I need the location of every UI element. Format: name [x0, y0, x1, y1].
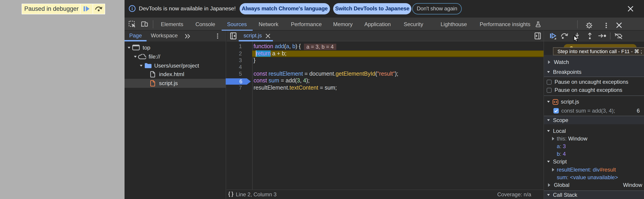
svg-text:6: 6 [239, 79, 242, 85]
